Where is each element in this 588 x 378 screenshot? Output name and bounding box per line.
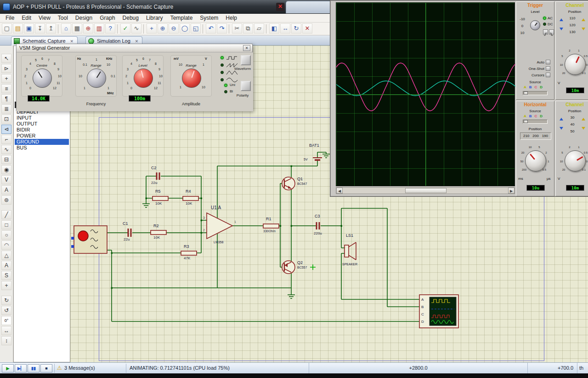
trigger-source-slider[interactable]: [523, 91, 548, 95]
text-script-mode[interactable]: ¶: [1, 94, 11, 103]
arc-2d[interactable]: ◠: [1, 241, 11, 250]
import-icon[interactable]: ↧: [35, 23, 45, 34]
current-probe-mode[interactable]: A: [1, 185, 11, 195]
redo-icon[interactable]: ↷: [217, 23, 227, 34]
trigger-source-channel[interactable]: D: [540, 85, 543, 89]
grid-toggle-icon[interactable]: ▦: [72, 23, 82, 34]
close-icon[interactable]: ✕: [243, 45, 250, 51]
voltage-probe-mode[interactable]: V: [1, 175, 11, 184]
menu-item[interactable]: Graph: [96, 14, 119, 23]
trigger-source-channel[interactable]: B: [529, 85, 532, 89]
amplitude-range-knob[interactable]: [182, 69, 201, 88]
slider-thumb[interactable]: [524, 92, 528, 95]
component-virtual-scope[interactable]: [419, 295, 458, 328]
cursors-row[interactable]: Cursors: [531, 73, 550, 77]
block-rotate-icon[interactable]: ↻: [291, 23, 301, 34]
terminals-mode[interactable]: ⊲: [1, 125, 11, 134]
background-window-tab[interactable]: [286, 1, 333, 13]
component-c3[interactable]: [317, 222, 319, 229]
tab-close-icon[interactable]: ✕: [135, 39, 139, 44]
graph-mode[interactable]: ∿: [1, 145, 11, 154]
terminal-power[interactable]: POWER: [15, 133, 69, 139]
cut-icon[interactable]: ✂: [232, 23, 242, 34]
position-fine-down-icon[interactable]: [582, 127, 585, 130]
paste-icon[interactable]: ▱: [254, 23, 264, 34]
mirror-horizontal[interactable]: ↔: [1, 326, 11, 335]
rotate-clockwise[interactable]: ↻: [1, 296, 11, 305]
text-2d[interactable]: A: [1, 261, 11, 270]
tape-recorder-mode[interactable]: ⊟: [1, 155, 11, 164]
slider-thumb[interactable]: [524, 120, 528, 123]
symbol-2d[interactable]: S: [1, 271, 11, 280]
background-close-icon[interactable]: ✕: [276, 3, 284, 11]
position-up-icon[interactable]: [560, 118, 563, 120]
zoom-out-icon[interactable]: ⊖: [169, 23, 179, 34]
component-mode[interactable]: ⊳: [1, 64, 11, 73]
home-icon[interactable]: ⌂: [61, 23, 71, 34]
signal-generator-window[interactable]: VSM Signal Generator ✕ 0123456789101112 …: [16, 44, 253, 111]
one-shot-button[interactable]: [546, 66, 550, 71]
menu-item[interactable]: System: [196, 14, 222, 23]
mirror-vertical[interactable]: ↕: [1, 336, 11, 345]
block-move-icon[interactable]: ↔: [280, 23, 290, 34]
menu-item[interactable]: View: [35, 14, 54, 23]
horizontal-source-channel[interactable]: D: [540, 114, 543, 118]
pcb-layout-icon[interactable]: ▥: [94, 23, 104, 34]
zoom-area-icon[interactable]: ◱: [191, 23, 201, 34]
trigger-source-channel[interactable]: C: [535, 85, 537, 89]
trigger-level-knob[interactable]: [530, 20, 540, 30]
export-icon[interactable]: ↥: [46, 23, 56, 34]
oscilloscope-window[interactable]: ◀ ▶ Trigger Level -10010 AC DC Auto One-…: [330, 0, 588, 197]
rotation-angle[interactable]: 0°: [1, 316, 11, 325]
trigger-source-channel[interactable]: A: [524, 85, 526, 89]
rotate-anticlockwise[interactable]: ↺: [1, 306, 11, 315]
component-bat1[interactable]: [313, 158, 322, 160]
position-fine-up-icon[interactable]: [582, 18, 585, 21]
horizontal-source-channel[interactable]: C: [535, 114, 537, 118]
channel-b-gain-knob[interactable]: [565, 150, 586, 172]
one-shot-row[interactable]: One-Shot: [529, 66, 550, 71]
tab-close-icon[interactable]: ✕: [70, 39, 74, 44]
marker-2d[interactable]: +: [1, 281, 11, 290]
horizontal-source-slider[interactable]: [523, 120, 548, 124]
component-q2[interactable]: [282, 261, 295, 274]
auto-button[interactable]: [546, 60, 550, 64]
message-count[interactable]: 3 Message(s): [64, 365, 95, 371]
terminal-ground[interactable]: GROUND: [15, 139, 69, 145]
terminal-output[interactable]: OUTPUT: [15, 121, 69, 127]
snap-icon[interactable]: ✓: [120, 23, 130, 34]
origin-icon[interactable]: ⊕: [83, 23, 93, 34]
menu-item[interactable]: Edit: [18, 14, 35, 23]
virtual-instruments-mode[interactable]: ⊚: [1, 195, 11, 205]
block-delete-icon[interactable]: ✕: [302, 23, 312, 34]
pan-icon[interactable]: +: [147, 23, 157, 34]
horizontal-position-box[interactable]: 210200190: [520, 132, 551, 140]
timebase-knob[interactable]: [525, 150, 546, 172]
polarity-button[interactable]: [241, 81, 251, 91]
component-u1-opamp[interactable]: [207, 213, 232, 239]
edge-rising-icon[interactable]: [543, 29, 548, 34]
position-fine-up-icon[interactable]: [582, 118, 585, 120]
position-fine-down-icon[interactable]: [582, 28, 585, 30]
frequency-centre-dial[interactable]: 0123456789101112 Centre: [21, 55, 62, 97]
device-pins-mode[interactable]: ⌐: [1, 135, 11, 144]
component-c1[interactable]: [128, 229, 131, 237]
terminal-input[interactable]: INPUT: [15, 115, 69, 121]
play-button[interactable]: ▶: [2, 364, 14, 372]
signal-generator-titlebar[interactable]: VSM Signal Generator ✕: [17, 44, 252, 52]
scope-scrollbar[interactable]: ◀ ▶: [336, 187, 515, 194]
frequency-range-dial[interactable]: 1100.11100.11 Range Hz KHz MHz: [75, 55, 117, 97]
wire-label-mode[interactable]: ≡: [1, 84, 11, 93]
menu-item[interactable]: Library: [142, 14, 167, 23]
selection-tool[interactable]: ↖: [1, 54, 11, 63]
box-2d[interactable]: □: [1, 220, 11, 229]
frequency-range-knob[interactable]: [87, 69, 106, 88]
block-copy-icon[interactable]: ◧: [269, 23, 279, 34]
open-folder-icon[interactable]: ▤: [13, 23, 23, 34]
component-generator[interactable]: [71, 226, 107, 253]
menu-item[interactable]: Design: [72, 14, 96, 23]
position-down-icon[interactable]: [560, 28, 563, 30]
circle-2d[interactable]: ○: [1, 230, 11, 240]
path-2d[interactable]: △: [1, 251, 11, 260]
level-knob[interactable]: [134, 69, 153, 88]
